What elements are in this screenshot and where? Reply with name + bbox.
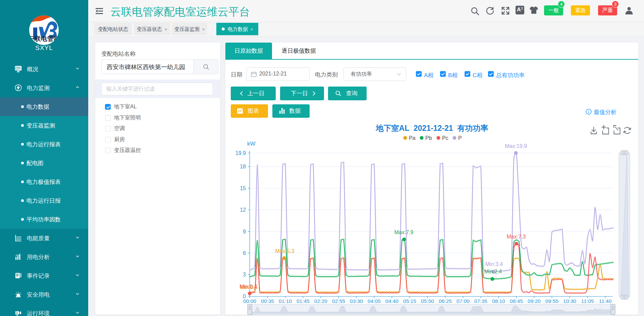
- svg-text:云联电管家: 云联电管家: [29, 35, 59, 42]
